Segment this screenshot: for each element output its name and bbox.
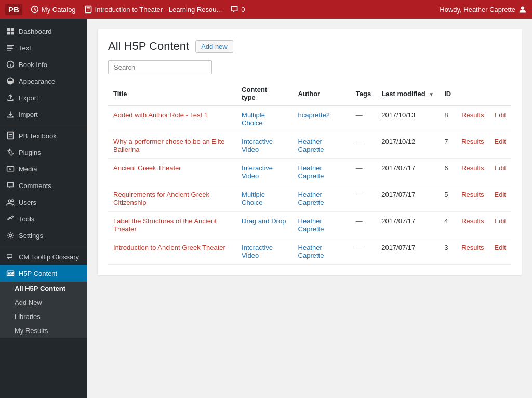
- sidebar-item-cm-tooltip[interactable]: CM Tooltip Glossary: [0, 248, 87, 265]
- title-link[interactable]: Label the Structures of the Ancient Thea…: [113, 217, 217, 233]
- sidebar-item-label: Text: [19, 44, 31, 52]
- comments-link[interactable]: 0: [230, 5, 245, 14]
- my-catalog-link[interactable]: My Catalog: [31, 5, 76, 14]
- sidebar-item-appearance[interactable]: Appearance: [0, 73, 87, 89]
- sidebar-item-plugins[interactable]: Plugins: [0, 144, 87, 161]
- title-link[interactable]: Requirements for Ancient Greek Citizensh…: [113, 191, 209, 206]
- type-link[interactable]: Multiple Choice: [242, 111, 265, 127]
- edit-link[interactable]: Edit: [495, 111, 506, 119]
- sidebar-item-tools[interactable]: Tools: [0, 210, 87, 227]
- author-link[interactable]: Heather Caprette: [298, 191, 324, 206]
- sidebar-item-label: H5P Content: [19, 270, 57, 277]
- results-link[interactable]: Results: [461, 244, 484, 251]
- sidebar-item-dashboard[interactable]: Dashboard: [0, 23, 87, 39]
- submenu-my-results[interactable]: My Results: [0, 324, 87, 338]
- author-link[interactable]: Heather Caprette: [298, 244, 324, 259]
- author-link[interactable]: hcaprette2: [298, 111, 330, 119]
- sidebar-item-h5p[interactable]: H5P H5P Content: [0, 265, 87, 282]
- cell-results: Results: [456, 159, 489, 185]
- cell-tags: —: [351, 132, 376, 159]
- edit-link[interactable]: Edit: [495, 138, 506, 145]
- svg-point-5: [521, 6, 524, 9]
- sidebar-item-media[interactable]: Media: [0, 161, 87, 177]
- cell-title: Label the Structures of the Ancient Thea…: [108, 212, 236, 238]
- cell-author: Heather Caprette: [293, 159, 351, 185]
- sidebar-item-text[interactable]: Text: [0, 39, 87, 56]
- edit-link[interactable]: Edit: [495, 164, 506, 172]
- cell-modified: 2017/07/17: [376, 238, 439, 265]
- title-link[interactable]: Ancient Greek Theater: [113, 164, 181, 172]
- type-link[interactable]: Interactive Video: [242, 164, 273, 180]
- edit-link[interactable]: Edit: [495, 217, 506, 225]
- content-area: All H5P Content Add new Title Contenttyp…: [98, 29, 522, 275]
- sidebar: Dashboard Text i Book Info Appearance Ex…: [0, 19, 87, 398]
- sort-arrow-icon: ▼: [429, 91, 434, 97]
- table-header-row: Title Contenttype Author Tags Last modif…: [108, 82, 511, 106]
- import-icon: [6, 110, 15, 118]
- sidebar-item-book-info[interactable]: i Book Info: [0, 56, 87, 73]
- sidebar-item-label: Dashboard: [19, 28, 52, 35]
- sidebar-item-label: Tools: [19, 215, 34, 223]
- sidebar-submenu: All H5P Content Add New Libraries My Res…: [0, 282, 87, 338]
- title-link[interactable]: Why a performer chose to be an Elite Bal…: [113, 138, 225, 153]
- search-input[interactable]: [108, 60, 212, 74]
- cell-type: Multiple Choice: [236, 185, 292, 212]
- export-icon: [6, 94, 15, 102]
- results-link[interactable]: Results: [461, 164, 484, 172]
- submenu-libraries[interactable]: Libraries: [0, 310, 87, 324]
- sidebar-item-label: Book Info: [19, 61, 47, 69]
- svg-rect-16: [7, 132, 13, 139]
- author-link[interactable]: Heather Caprette: [298, 138, 324, 153]
- type-link[interactable]: Drag and Drop: [242, 217, 286, 225]
- edit-link[interactable]: Edit: [495, 191, 506, 198]
- users-icon: [6, 198, 15, 206]
- sidebar-item-import[interactable]: Import: [0, 106, 87, 123]
- book-link[interactable]: Introduction to Theater - Learning Resou…: [84, 5, 222, 14]
- col-content-type: Contenttype: [236, 82, 292, 106]
- catalog-icon: [31, 5, 39, 14]
- col-last-modified[interactable]: Last modified ▼: [376, 82, 439, 106]
- cell-results: Results: [456, 185, 489, 212]
- type-link[interactable]: Interactive Video: [242, 138, 273, 153]
- cell-edit: Edit: [489, 106, 511, 132]
- sidebar-divider: [0, 125, 87, 125]
- results-link[interactable]: Results: [461, 111, 484, 119]
- sidebar-item-users[interactable]: Users: [0, 194, 87, 210]
- table-row: Why a performer chose to be an Elite Bal…: [108, 132, 511, 159]
- results-link[interactable]: Results: [461, 138, 484, 145]
- cell-id: 3: [439, 238, 456, 265]
- author-link[interactable]: Heather Caprette: [298, 217, 324, 233]
- type-link[interactable]: Interactive Video: [242, 244, 273, 259]
- author-link[interactable]: Heather Caprette: [298, 164, 324, 180]
- info-icon: i: [6, 60, 15, 69]
- submenu-add-new[interactable]: Add New: [0, 296, 87, 310]
- results-link[interactable]: Results: [461, 217, 484, 225]
- sidebar-item-pb-textbook[interactable]: PB Textbook: [0, 127, 87, 144]
- type-link[interactable]: Multiple Choice: [242, 191, 265, 206]
- page-title: All H5P Content: [108, 39, 189, 53]
- cell-tags: —: [351, 212, 376, 238]
- sidebar-item-label: Export: [19, 94, 38, 102]
- svg-text:H5P: H5P: [8, 272, 15, 275]
- sidebar-item-comments[interactable]: Comments: [0, 177, 87, 194]
- edit-link[interactable]: Edit: [495, 244, 506, 251]
- sidebar-item-export[interactable]: Export: [0, 89, 87, 106]
- pb-textbook-icon: [6, 131, 15, 140]
- col-tags: Tags: [351, 82, 376, 106]
- cell-title: Added with Author Role - Test 1: [108, 106, 236, 132]
- search-bar: [108, 60, 511, 74]
- bubble-icon: [230, 5, 238, 14]
- cell-edit: Edit: [489, 212, 511, 238]
- cell-id: 8: [439, 106, 456, 132]
- title-link[interactable]: Introduction to Ancient Greek Theater: [113, 244, 225, 251]
- sidebar-item-settings[interactable]: Settings: [0, 227, 87, 244]
- add-new-button[interactable]: Add new: [195, 40, 233, 53]
- sidebar-item-label: Import: [19, 111, 38, 118]
- title-link[interactable]: Added with Author Role - Test 1: [113, 111, 208, 119]
- svg-rect-12: [7, 48, 13, 49]
- results-link[interactable]: Results: [461, 191, 484, 198]
- submenu-all-h5p[interactable]: All H5P Content: [0, 282, 87, 296]
- svg-rect-23: [7, 254, 12, 257]
- svg-text:i: i: [10, 62, 11, 68]
- pb-logo[interactable]: PB: [5, 4, 22, 15]
